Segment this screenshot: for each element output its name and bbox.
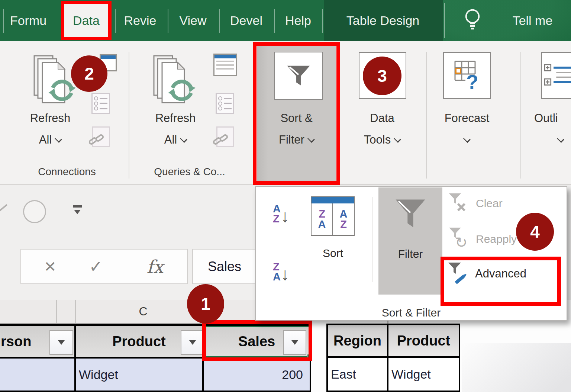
sort-filter-label-line2: Filter — [257, 132, 336, 147]
chevron-down-icon — [307, 135, 315, 143]
letter-a: A — [340, 209, 348, 219]
criteria-header-product[interactable]: Product — [388, 324, 460, 358]
criteria-header-region[interactable]: Region — [326, 324, 388, 358]
queries-group-caption: Queries & Co... — [134, 165, 245, 179]
dropdown-triangle-icon — [189, 340, 196, 345]
sort-filter-text: Filter — [279, 133, 304, 147]
tab-developer[interactable]: Devel — [221, 0, 271, 41]
group-divider — [520, 52, 521, 179]
forecast-label[interactable]: Forecast — [437, 111, 497, 126]
sort-az-button[interactable]: A Z ↓ — [273, 204, 289, 225]
tab-view[interactable]: View — [169, 0, 217, 41]
data-tools-label-line2[interactable]: Tools — [352, 132, 412, 147]
group-divider — [426, 52, 427, 179]
header-person-label: rson — [1, 334, 31, 350]
outline-label[interactable]: Outli — [534, 111, 571, 126]
annotation-box-sales-header — [202, 320, 312, 361]
refresh-all-icon[interactable] — [149, 54, 199, 105]
lightbulb-icon[interactable] — [463, 8, 482, 35]
data-tools-text: Tools — [364, 133, 391, 147]
svg-text:↻: ↻ — [455, 234, 468, 249]
column-header-c[interactable]: C — [126, 300, 160, 323]
queries-connections-pane-icon[interactable] — [213, 54, 237, 76]
tab-divider — [274, 9, 275, 33]
annotation-box-advanced — [441, 257, 561, 306]
chevron-down-icon — [463, 135, 471, 143]
criteria-cell-region[interactable]: East — [326, 358, 388, 392]
chevron-down-icon — [394, 135, 401, 143]
filter-dropdown-button-person[interactable] — [49, 330, 73, 355]
filter-menu-label: Filter — [378, 248, 442, 260]
outline-button[interactable] — [541, 52, 571, 99]
data-tools-label-line1[interactable]: Data — [352, 111, 412, 126]
header-product-label: Product — [397, 333, 451, 349]
letter-z: Z — [273, 214, 281, 224]
clear-filter-icon — [448, 193, 468, 212]
custom-sort-button[interactable]: Z A A Z — [311, 196, 355, 236]
filter-toggle-button[interactable]: Filter — [378, 187, 442, 295]
sort-menu-label: Sort — [300, 247, 365, 260]
clear-menu-item[interactable]: Clear — [476, 197, 543, 210]
excel-window: Formu Data Revie View Devel Help Table D… — [0, 0, 571, 392]
refresh-all-label-line1[interactable]: Refresh — [131, 111, 220, 126]
forecast-dropdown[interactable] — [459, 132, 475, 147]
table-cell-product[interactable]: Widget — [76, 359, 204, 392]
tab-divider — [219, 9, 220, 33]
down-arrow-icon: ↓ — [281, 208, 289, 225]
sort-za-icon: Z A — [273, 262, 281, 283]
sort-filter-button[interactable]: Sort & Filter — [257, 46, 336, 181]
sort-az-icon: A Z — [273, 204, 281, 225]
annotation-circle-3: 3 — [363, 57, 401, 95]
down-arrow-icon: ↓ — [281, 266, 289, 283]
what-if-analysis-icon: ? — [449, 58, 485, 93]
sort-icon-header — [312, 197, 354, 203]
group-divider — [129, 52, 129, 179]
letter-a: A — [273, 204, 281, 214]
tab-data-label: Data — [73, 13, 100, 28]
refresh-all-label-line2[interactable]: All — [131, 132, 220, 147]
reapply-filter-icon: ↻ — [448, 227, 469, 249]
tell-me-box[interactable]: Tell me — [498, 0, 567, 41]
menu-divider — [372, 197, 372, 282]
header-product-label: Product — [112, 334, 166, 350]
insert-function-button[interactable]: fx — [138, 249, 172, 284]
table-cell-sales[interactable]: 200 — [204, 359, 311, 392]
table-cell-person[interactable] — [0, 359, 76, 392]
header-region-label: Region — [333, 333, 381, 349]
outline-dropdown[interactable] — [553, 132, 568, 147]
funnel-icon — [394, 195, 427, 234]
tab-data-active[interactable]: Data — [61, 1, 112, 40]
chevron-down-icon — [55, 135, 62, 143]
tab-table-design[interactable]: Table Design — [327, 0, 439, 41]
dropdown-triangle-icon — [58, 340, 65, 345]
refresh-all-label-line1[interactable]: Refresh — [11, 111, 89, 126]
tab-divider — [168, 9, 168, 33]
svg-text:?: ? — [466, 71, 478, 93]
cancel-button[interactable]: ✕ — [35, 249, 65, 284]
tab-divider — [322, 9, 323, 33]
tab-divider — [444, 3, 445, 38]
tab-review[interactable]: Revie — [116, 0, 164, 41]
tab-formulas[interactable]: Formu — [4, 0, 53, 41]
enter-button[interactable]: ✓ — [81, 249, 111, 284]
sort-filter-label-line1: Sort & — [257, 111, 336, 126]
ribbon-tab-bar: Formu Data Revie View Devel Help Table D… — [0, 0, 571, 41]
refresh-all-text: All — [164, 133, 177, 147]
letter-a: A — [318, 219, 326, 230]
name-box-dropdown-icon[interactable] — [73, 205, 82, 208]
background-shade — [462, 343, 571, 392]
sort-za-button[interactable]: Z A ↓ — [273, 262, 289, 283]
properties-icon[interactable] — [91, 93, 110, 114]
sort-filter-dropdown-menu: A Z ↓ Z A ↓ Z A A Z — [255, 186, 567, 321]
criteria-cell-product[interactable]: Widget — [388, 358, 460, 392]
filter-dropdown-button-product[interactable] — [181, 330, 204, 355]
chevron-down-icon — [557, 135, 564, 143]
oval-shape — [23, 200, 46, 223]
connections-group-caption: Connections — [11, 165, 123, 179]
forecast-whatif-button[interactable]: ? — [443, 52, 491, 99]
tab-help[interactable]: Help — [276, 0, 320, 41]
chevron-down-icon — [180, 135, 187, 143]
refresh-all-label-line2[interactable]: All — [11, 132, 89, 147]
letter-z: Z — [340, 219, 347, 230]
letter-z: Z — [273, 262, 281, 272]
